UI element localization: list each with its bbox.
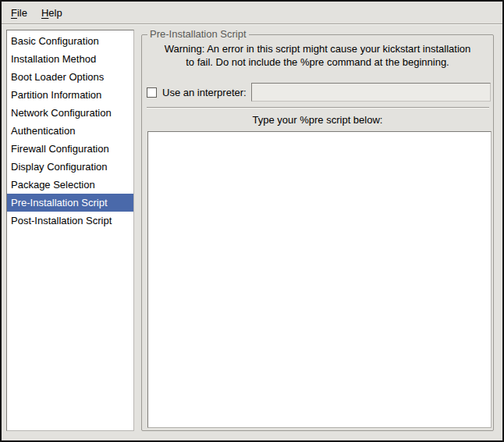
sidebar-item-package-selection[interactable]: Package Selection [7,176,133,194]
horizontal-separator [147,107,489,109]
sidebar-item-network-configuration[interactable]: Network Configuration [7,104,133,122]
interpreter-row: Use an interpreter: [147,82,491,102]
menu-help-mnemonic: H [41,7,48,19]
menu-file-mnemonic: F [11,7,17,19]
menu-help-label: elp [48,7,62,19]
use-interpreter-label: Use an interpreter: [162,87,247,98]
main-content: Basic Configuration Installation Method … [2,24,502,440]
sidebar-item-installation-method[interactable]: Installation Method [7,50,133,68]
sidebar-item-authentication[interactable]: Authentication [7,122,133,140]
sidebar-item-partition-information[interactable]: Partition Information [7,86,133,104]
sidebar-item-pre-installation-script[interactable]: Pre-Installation Script [7,194,133,212]
warning-text: Warning: An error in this script might c… [145,42,490,69]
kickstart-configurator-window: File Help Basic Configuration Installati… [0,0,504,442]
use-interpreter-checkbox[interactable]: Use an interpreter: [147,87,251,98]
category-list: Basic Configuration Installation Method … [6,30,134,431]
menu-file[interactable]: File [9,5,29,21]
warning-line-2: to fail. Do not include the %pre command… [145,55,490,69]
panel-title: Pre-Installation Script [147,28,249,40]
sidebar-item-boot-loader-options[interactable]: Boot Loader Options [7,68,133,86]
menubar: File Help [2,2,502,24]
pre-script-textarea[interactable] [147,131,492,428]
menu-help[interactable]: Help [40,5,64,21]
sidebar-item-display-configuration[interactable]: Display Configuration [7,158,133,176]
sidebar-item-basic-configuration[interactable]: Basic Configuration [7,32,133,50]
sidebar-item-firewall-configuration[interactable]: Firewall Configuration [7,140,133,158]
sidebar-item-post-installation-script[interactable]: Post-Installation Script [7,212,133,230]
script-instruction-label: Type your %pre script below: [145,114,490,126]
menu-file-label: ile [17,7,27,19]
checkbox-unchecked-icon [147,87,157,98]
warning-line-1: Warning: An error in this script might c… [145,42,490,55]
interpreter-input[interactable] [251,83,491,102]
pre-installation-script-panel: Pre-Installation Script Warning: An erro… [141,34,494,431]
